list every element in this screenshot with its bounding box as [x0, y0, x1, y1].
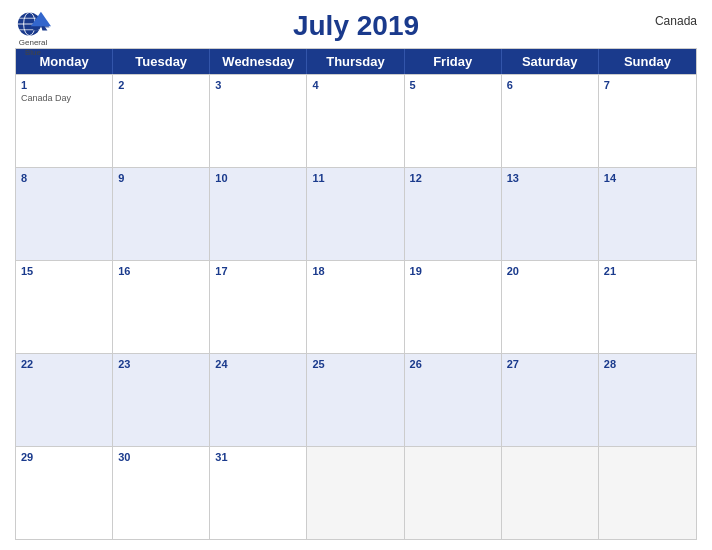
day-10: 10 [210, 168, 307, 260]
calendar-page: GeneralBlue July 2019 Canada Monday Tues… [0, 0, 712, 550]
day-2: 2 [113, 75, 210, 167]
week-row-3: 15 16 17 18 19 20 21 [16, 260, 696, 353]
day-24: 24 [210, 354, 307, 446]
header-sunday: Sunday [599, 49, 696, 74]
day-empty-1 [307, 447, 404, 539]
week-row-5: 29 30 31 [16, 446, 696, 539]
day-number: 1 [21, 78, 107, 92]
calendar-grid: Monday Tuesday Wednesday Thursday Friday… [15, 48, 697, 540]
day-11: 11 [307, 168, 404, 260]
day-27: 27 [502, 354, 599, 446]
day-28: 28 [599, 354, 696, 446]
day-14: 14 [599, 168, 696, 260]
header-tuesday: Tuesday [113, 49, 210, 74]
day-12: 12 [405, 168, 502, 260]
header-saturday: Saturday [502, 49, 599, 74]
header-thursday: Thursday [307, 49, 404, 74]
weeks-container: 1 Canada Day 2 3 4 5 6 7 8 9 10 11 12 13… [16, 74, 696, 539]
day-16: 16 [113, 261, 210, 353]
day-22: 22 [16, 354, 113, 446]
week-row-4: 22 23 24 25 26 27 28 [16, 353, 696, 446]
day-18: 18 [307, 261, 404, 353]
calendar-title: July 2019 [293, 10, 419, 42]
day-26: 26 [405, 354, 502, 446]
logo: GeneralBlue [15, 10, 51, 57]
day-15: 15 [16, 261, 113, 353]
day-headers-row: Monday Tuesday Wednesday Thursday Friday… [16, 49, 696, 74]
day-5: 5 [405, 75, 502, 167]
day-29: 29 [16, 447, 113, 539]
day-23: 23 [113, 354, 210, 446]
day-event: Canada Day [21, 93, 107, 103]
header-wednesday: Wednesday [210, 49, 307, 74]
header-friday: Friday [405, 49, 502, 74]
day-4: 4 [307, 75, 404, 167]
day-30: 30 [113, 447, 210, 539]
day-20: 20 [502, 261, 599, 353]
day-8: 8 [16, 168, 113, 260]
day-empty-3 [502, 447, 599, 539]
day-empty-4 [599, 447, 696, 539]
day-19: 19 [405, 261, 502, 353]
day-21: 21 [599, 261, 696, 353]
week-row-1: 1 Canada Day 2 3 4 5 6 7 [16, 74, 696, 167]
day-1: 1 Canada Day [16, 75, 113, 167]
day-7: 7 [599, 75, 696, 167]
day-empty-2 [405, 447, 502, 539]
day-3: 3 [210, 75, 307, 167]
day-13: 13 [502, 168, 599, 260]
day-25: 25 [307, 354, 404, 446]
day-31: 31 [210, 447, 307, 539]
day-17: 17 [210, 261, 307, 353]
day-6: 6 [502, 75, 599, 167]
week-row-2: 8 9 10 11 12 13 14 [16, 167, 696, 260]
logo-text: GeneralBlue [19, 38, 47, 57]
country-label: Canada [655, 14, 697, 28]
day-9: 9 [113, 168, 210, 260]
calendar-header: GeneralBlue July 2019 Canada [15, 10, 697, 42]
